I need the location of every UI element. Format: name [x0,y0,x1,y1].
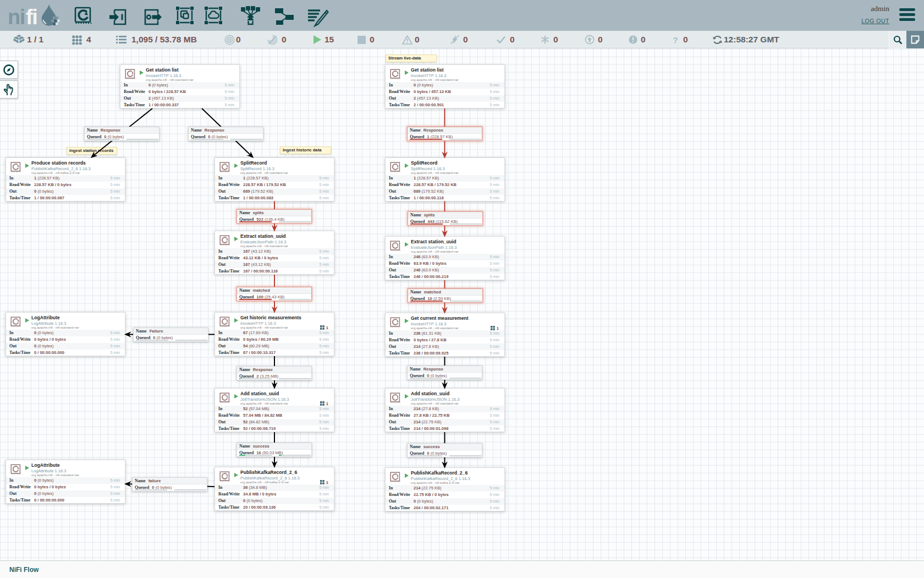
svg-text:?: ? [673,35,678,45]
svg-text:fi: fi [26,6,37,29]
svg-text:ni: ni [8,6,25,29]
